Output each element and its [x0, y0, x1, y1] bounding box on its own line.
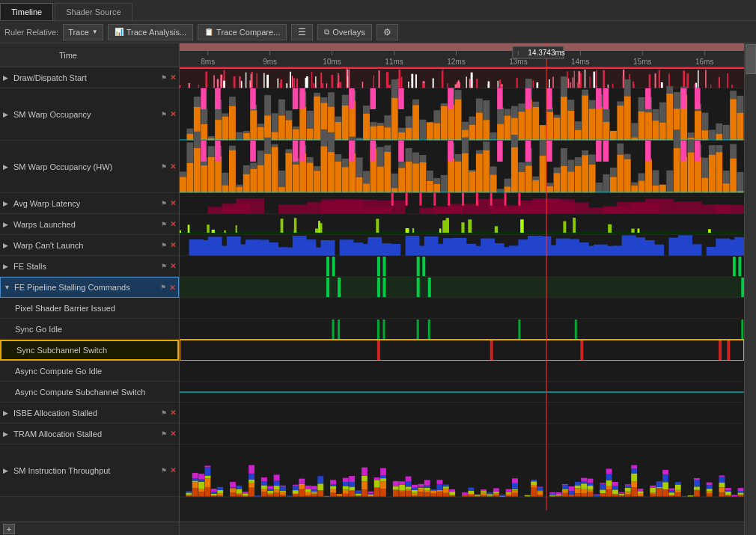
svg-rect-290 — [666, 86, 673, 94]
close-icon[interactable]: ✕ — [170, 73, 176, 82]
ruler-dropdown[interactable]: Trace ▼ — [63, 24, 103, 40]
svg-rect-134 — [415, 74, 417, 88]
expand-arrow[interactable]: ▶ — [3, 467, 10, 474]
svg-rect-202 — [370, 122, 377, 126]
close-icon[interactable]: ✕ — [170, 262, 176, 270]
expand-arrow[interactable]: ▶ — [3, 200, 10, 207]
expand-arrow[interactable]: ▶ — [3, 263, 10, 270]
expand-arrow[interactable]: ▶ — [3, 74, 10, 82]
svg-rect-300 — [695, 111, 701, 141]
close-icon[interactable]: ✕ — [170, 110, 176, 118]
svg-rect-271 — [603, 109, 610, 122]
svg-rect-367 — [342, 167, 349, 193]
svg-rect-235 — [483, 100, 490, 120]
svg-rect-969 — [719, 477, 725, 483]
svg-rect-541 — [631, 229, 634, 233]
expand-arrow[interactable]: ▶ — [3, 221, 10, 228]
tab-shader-source[interactable]: Shader Source — [55, 3, 132, 20]
pin-icon[interactable]: ⚑ — [161, 111, 167, 118]
svg-rect-179 — [293, 129, 299, 141]
close-icon[interactable]: ✕ — [170, 409, 176, 417]
svg-rect-305 — [716, 123, 722, 134]
pin-icon[interactable]: ⚑ — [161, 163, 167, 171]
close-icon[interactable]: ✕ — [170, 220, 176, 228]
svg-rect-648 — [575, 320, 577, 339]
settings-button[interactable]: ⚙ — [377, 24, 398, 40]
svg-rect-776 — [362, 476, 368, 482]
overlays-button[interactable]: ⧉ Overlays — [317, 24, 371, 40]
svg-rect-128 — [246, 73, 246, 88]
svg-rect-265 — [582, 95, 588, 141]
svg-rect-31 — [220, 75, 222, 88]
pin-icon[interactable]: ⚑ — [161, 409, 167, 417]
tab-timeline[interactable]: Timeline — [0, 3, 53, 20]
svg-rect-752 — [317, 483, 323, 490]
svg-rect-433 — [561, 148, 567, 166]
svg-rect-49 — [386, 73, 388, 88]
pin-icon[interactable]: ⚑ — [161, 74, 167, 82]
pin-icon[interactable]: ⚑ — [161, 263, 167, 270]
svg-rect-266 — [589, 100, 596, 109]
vertical-scrollbar[interactable] — [744, 43, 756, 535]
add-track-button[interactable]: + — [3, 524, 15, 534]
close-icon[interactable]: ✕ — [170, 199, 176, 207]
svg-rect-843 — [481, 489, 487, 491]
svg-rect-912 — [606, 468, 612, 474]
close-icon[interactable]: ✕ — [170, 429, 176, 438]
svg-rect-654 — [580, 340, 583, 360]
svg-rect-152 — [201, 88, 207, 109]
svg-rect-805 — [412, 488, 418, 490]
track-label: Sync Go Idle — [15, 325, 176, 334]
svg-rect-427 — [540, 156, 546, 193]
expand-arrow[interactable]: ▶ — [3, 430, 10, 438]
trace-analysis-button[interactable]: 📊 Trace Analysis... — [108, 24, 193, 40]
svg-rect-254 — [546, 111, 553, 141]
track-row-sync-subchannel[interactable]: Sync Subchannel Switch — [0, 340, 179, 361]
list-button[interactable]: ☰ — [291, 24, 313, 40]
svg-rect-961 — [707, 494, 713, 497]
pin-icon[interactable]: ⚑ — [161, 430, 167, 438]
svg-rect-272 — [603, 122, 610, 141]
svg-rect-957 — [694, 490, 700, 497]
pin-icon[interactable]: ⚑ — [161, 467, 167, 474]
svg-rect-89 — [223, 81, 225, 88]
svg-rect-404 — [462, 153, 469, 193]
expand-arrow[interactable]: ▶ — [3, 242, 10, 249]
svg-rect-745 — [305, 486, 311, 489]
close-icon[interactable]: ✕ — [169, 284, 175, 292]
svg-rect-927 — [631, 488, 637, 497]
pin-icon[interactable]: ⚑ — [161, 242, 167, 249]
svg-rect-950 — [668, 489, 674, 490]
svg-rect-215 — [406, 128, 412, 141]
expand-arrow[interactable]: ▶ — [3, 409, 10, 417]
pin-icon[interactable]: ⚑ — [161, 221, 167, 228]
expand-arrow[interactable]: ▼ — [4, 284, 11, 291]
trace-compare-button[interactable]: 📋 Trace Compare... — [198, 24, 287, 40]
close-icon[interactable]: ✕ — [170, 466, 176, 474]
svg-rect-968 — [719, 483, 725, 487]
svg-rect-850 — [493, 488, 499, 492]
close-icon[interactable]: ✕ — [170, 162, 176, 171]
track-row-avg-warp-lat: ▶ Avg Warp Latency ⚑ ✕ — [0, 193, 179, 214]
svg-rect-928 — [631, 482, 637, 488]
expand-arrow[interactable]: ▶ — [3, 111, 10, 118]
svg-rect-288 — [659, 103, 666, 123]
pin-icon[interactable]: ⚑ — [161, 200, 167, 207]
close-icon[interactable]: ✕ — [170, 241, 176, 249]
svg-rect-465 — [674, 129, 680, 148]
svg-rect-405 — [469, 170, 475, 171]
svg-rect-861 — [512, 478, 518, 483]
svg-rect-217 — [412, 105, 419, 141]
track-label: ISBE Allocation Stalled — [13, 409, 158, 418]
svg-rect-484 — [730, 159, 737, 193]
pin-icon[interactable]: ⚑ — [160, 284, 166, 291]
expand-arrow[interactable]: ▶ — [3, 163, 10, 171]
svg-rect-685 — [205, 476, 211, 479]
svg-rect-474 — [695, 141, 701, 162]
svg-rect-583 — [386, 244, 400, 256]
track-row-fe-pipeline[interactable]: ▼ FE Pipeline Stalling Commands ⚑ ✕ — [0, 277, 179, 298]
bottom-scrollbar[interactable] — [180, 522, 744, 535]
tracks-area[interactable] — [180, 67, 744, 522]
svg-rect-169 — [257, 127, 264, 141]
svg-rect-161 — [229, 106, 236, 141]
